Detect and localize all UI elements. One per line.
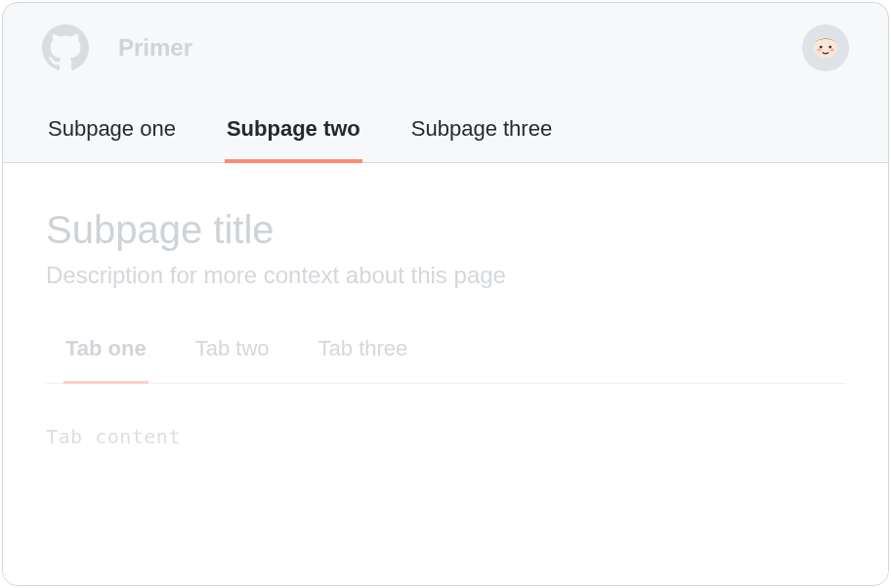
- nav-item-label: Subpage three: [411, 116, 552, 141]
- svg-point-2: [817, 48, 822, 51]
- main-content: Subpage title Description for more conte…: [3, 163, 888, 585]
- tab-label: Tab two: [195, 336, 270, 360]
- header-left: Primer: [42, 24, 192, 71]
- tab-three[interactable]: Tab three: [317, 330, 410, 384]
- avatar[interactable]: [802, 24, 849, 71]
- github-logo-icon: [42, 24, 89, 71]
- tab-two[interactable]: Tab two: [193, 330, 272, 384]
- nav-subpage-one[interactable]: Subpage one: [46, 108, 178, 163]
- tab-label: Tab one: [65, 336, 147, 360]
- avatar-icon: [807, 29, 844, 66]
- nav-subpage-two[interactable]: Subpage two: [225, 108, 362, 163]
- page-description: Description for more context about this …: [46, 262, 845, 289]
- svg-point-4: [820, 46, 823, 49]
- tab-label: Tab three: [318, 336, 408, 360]
- nav-item-label: Subpage two: [227, 116, 361, 141]
- header: Primer: [3, 3, 888, 81]
- subpage-nav: Subpage one Subpage two Subpage three: [3, 81, 888, 163]
- tab-content: Tab content: [46, 384, 845, 448]
- svg-point-5: [828, 46, 831, 49]
- nav-subpage-three[interactable]: Subpage three: [409, 108, 554, 163]
- page-title: Subpage title: [46, 208, 845, 252]
- nav-item-label: Subpage one: [48, 116, 176, 141]
- tab-one[interactable]: Tab one: [64, 330, 148, 384]
- tabs: Tab one Tab two Tab three: [46, 330, 845, 384]
- svg-point-3: [829, 48, 834, 51]
- brand-name: Primer: [118, 34, 192, 62]
- app-frame: Primer Subpage one Subpage two Subpage t…: [2, 2, 889, 586]
